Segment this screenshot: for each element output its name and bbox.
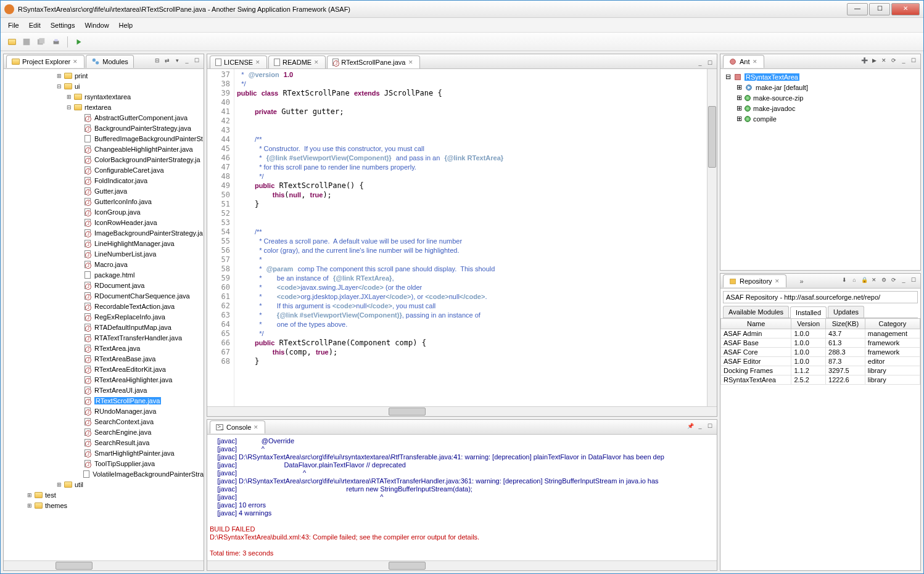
expander-icon[interactable]: ⊟	[725, 73, 731, 81]
tab-console[interactable]: >_ Console ✕	[210, 420, 265, 433]
ant-project-node[interactable]: ⊟ RSyntaxTextArea	[723, 72, 918, 82]
tree-file[interactable]: IconGroup.java	[4, 207, 204, 217]
tree-file[interactable]: Macro.java	[4, 259, 204, 269]
link-editor-button[interactable]: ⇄	[163, 57, 171, 66]
expander-icon[interactable]: ⊞	[736, 115, 742, 123]
close-icon[interactable]: ✕	[314, 59, 320, 65]
repo-url-field[interactable]: ASAF Repository - http://asaf.sourceforg…	[723, 291, 918, 303]
tab-license[interactable]: LICENSE✕	[210, 55, 267, 68]
add-button[interactable]: ➕	[860, 57, 868, 66]
ant-target[interactable]: ⊞make-source-zip	[723, 92, 918, 103]
settings-button[interactable]: ⚙	[880, 277, 888, 285]
ant-target[interactable]: ⊞make-javadoc	[723, 103, 918, 113]
close-icon[interactable]: ✕	[254, 424, 260, 430]
view-menu-button[interactable]: ▾	[173, 57, 181, 66]
tab-modules[interactable]: Modules	[86, 55, 134, 68]
tree-folder[interactable]: ⊞rsyntaxtextarea	[4, 91, 204, 102]
ant-target[interactable]: ⊞compile	[723, 113, 918, 124]
run-button[interactable]	[73, 36, 85, 48]
expander-icon[interactable]: ⊟	[56, 83, 63, 89]
tree-file[interactable]: VolatileImageBackgroundPainterStra	[4, 469, 204, 479]
menu-settings[interactable]: Settings	[46, 20, 80, 31]
expander-icon[interactable]: ⊞	[56, 482, 63, 488]
maximize-button[interactable]: ☐	[706, 423, 714, 432]
tree-file[interactable]: SmartHighlightPainter.java	[4, 448, 204, 458]
close-icon[interactable]: ✕	[753, 59, 759, 65]
tree-file[interactable]: SearchResult.java	[4, 437, 204, 448]
column-header[interactable]: Version	[791, 319, 826, 329]
menu-file[interactable]: File	[3, 20, 24, 31]
maximize-button[interactable]: ☐	[706, 60, 714, 68]
expander-icon[interactable]: ⊞	[56, 73, 63, 79]
tree-file[interactable]: IconRowHeader.java	[4, 217, 204, 228]
repo-tab-updates[interactable]: Updates	[828, 306, 864, 318]
run-target-button[interactable]: ▶	[870, 57, 878, 66]
tree-file[interactable]: RTATextTransferHandler.java	[4, 332, 204, 343]
table-row[interactable]: ASAF Editor1.0.087.3editor	[721, 357, 920, 366]
tree-folder[interactable]: ⊞test	[4, 490, 204, 500]
close-icon[interactable]: ✕	[775, 278, 781, 284]
remove-button[interactable]: ✕	[870, 277, 878, 285]
maximize-button[interactable]: ☐	[909, 57, 918, 66]
tab-repository[interactable]: Repository ✕	[723, 274, 786, 287]
column-header[interactable]: Size(KB)	[826, 319, 865, 329]
minimize-button[interactable]: _	[899, 277, 908, 285]
menu-help[interactable]: Help	[114, 20, 138, 31]
close-icon[interactable]: ✕	[255, 59, 262, 65]
table-row[interactable]: ASAF Base1.0.061.3framework	[721, 338, 920, 348]
project-tree[interactable]: ⊞print⊟ui⊞rsyntaxtextarea⊟rtextareaAbstr…	[4, 69, 204, 560]
maximize-button[interactable]: ☐	[909, 277, 918, 285]
open-button[interactable]	[6, 36, 18, 48]
tree-file[interactable]: BufferedImageBackgroundPainterSt	[4, 133, 204, 144]
tree-file[interactable]: RTextArea.java	[4, 343, 204, 353]
column-header[interactable]: Name	[721, 319, 791, 329]
menu-window[interactable]: Window	[80, 20, 113, 31]
repo-tab-available-modules[interactable]: Available Modules	[723, 306, 789, 318]
tree-file[interactable]: ConfigurableCaret.java	[4, 165, 204, 175]
tree-file[interactable]: RTextAreaBase.java	[4, 353, 204, 364]
tree-file[interactable]: BackgroundPainterStrategy.java	[4, 123, 204, 133]
table-row[interactable]: ASAF Core1.0.0288.3framework	[721, 348, 920, 357]
tree-file[interactable]: RDocumentCharSequence.java	[4, 290, 204, 301]
maximize-button[interactable]: ☐	[869, 3, 890, 15]
close-button[interactable]: ✕	[891, 3, 920, 15]
pin-button[interactable]: 📌	[686, 423, 695, 432]
tree-file[interactable]: RUndoManager.java	[4, 406, 204, 416]
collapse-all-button[interactable]: ⊟	[153, 57, 162, 66]
tree-file[interactable]: RTADefaultInputMap.java	[4, 322, 204, 332]
expander-icon[interactable]: ⊞	[26, 502, 33, 509]
expander-icon[interactable]: ⊞	[65, 94, 73, 100]
close-icon[interactable]: ✕	[73, 59, 79, 65]
tree-file[interactable]: SearchEngine.java	[4, 427, 204, 437]
column-header[interactable]: Category	[865, 319, 920, 329]
expander-icon[interactable]: ⊞	[736, 83, 742, 91]
home-button[interactable]: ⌂	[850, 277, 859, 285]
ant-targets-tree[interactable]: ⊟ RSyntaxTextArea ⊞make-jar [default]⊞ma…	[720, 69, 920, 270]
maximize-button[interactable]: ☐	[192, 57, 201, 66]
ant-target[interactable]: ⊞make-jar [default]	[723, 82, 918, 92]
tree-folder[interactable]: ⊞print	[4, 70, 204, 81]
repo-tab-installed[interactable]: Installed	[790, 306, 827, 318]
expander-icon[interactable]: ⊞	[736, 104, 742, 112]
tree-file[interactable]: RTextAreaHighlighter.java	[4, 374, 204, 385]
horizontal-scrollbar[interactable]	[207, 560, 717, 570]
tree-file[interactable]: FoldIndicator.java	[4, 175, 204, 186]
save-button[interactable]	[20, 36, 33, 48]
tab-readme[interactable]: README✕	[268, 55, 326, 68]
table-row[interactable]: Docking Frames1.1.23297.5library	[721, 366, 920, 375]
table-row[interactable]: ASAF Admin1.0.043.7management	[721, 329, 920, 338]
tree-file[interactable]: RecordableTextAction.java	[4, 301, 204, 311]
lock-button[interactable]: 🔒	[860, 277, 868, 285]
console-output[interactable]: [javac] @Override [javac] ^ [javac] D:\R…	[207, 435, 717, 560]
tree-file[interactable]: ImageBackgroundPainterStrategy.ja	[4, 228, 204, 238]
tree-file[interactable]: ColorBackgroundPainterStrategy.ja	[4, 154, 204, 165]
refresh-button[interactable]: ⟳	[889, 277, 898, 285]
close-icon[interactable]: ✕	[408, 59, 415, 65]
table-row[interactable]: RSyntaxTextArea2.5.21222.6library	[721, 375, 920, 385]
tree-file[interactable]: package.html	[4, 269, 204, 280]
horizontal-scrollbar[interactable]	[4, 560, 204, 570]
tree-folder[interactable]: ⊞themes	[4, 500, 204, 510]
remove-button[interactable]: ✕	[880, 57, 888, 66]
tree-file[interactable]: ToolTipSupplier.java	[4, 458, 204, 469]
expander-icon[interactable]: ⊞	[736, 94, 742, 102]
